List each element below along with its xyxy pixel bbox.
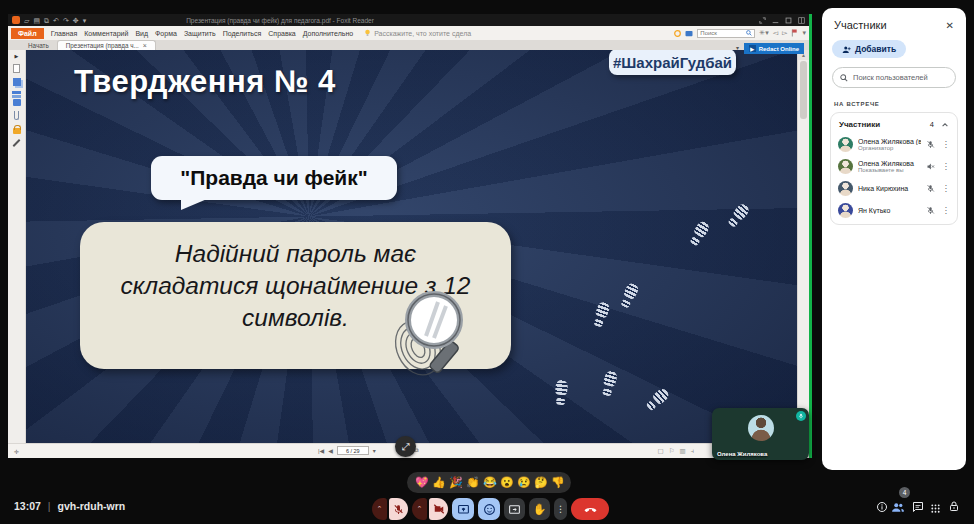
reaction-laugh[interactable]: 😂 — [483, 476, 495, 489]
next-icon[interactable]: ▻ — [782, 29, 787, 37]
menu-help[interactable]: Справка — [268, 30, 295, 37]
float-icon[interactable] — [759, 17, 766, 24]
menu-view[interactable]: Вид — [135, 30, 148, 37]
redact-online-button[interactable]: ▶ Redact Online — [744, 43, 804, 54]
end-call-button[interactable] — [571, 498, 609, 520]
menu-extras[interactable]: Дополнительно — [303, 30, 353, 37]
scrollbar-thumb[interactable] — [800, 61, 807, 119]
reaction-thumbs-up[interactable]: 👍 — [432, 476, 444, 489]
add-user-button[interactable]: Добавить — [832, 40, 906, 58]
more-options-icon[interactable]: ⋮ — [942, 183, 951, 193]
document-scrollbar[interactable]: ▲ — [797, 50, 809, 443]
expand-fullscreen-button[interactable]: ⤢ — [395, 436, 416, 457]
reaction-cry[interactable]: 😢 — [517, 476, 529, 489]
share-window-button[interactable] — [504, 498, 525, 520]
first-page-icon[interactable]: |◀ — [318, 447, 324, 454]
redo-icon[interactable]: ↷ — [63, 17, 69, 24]
pages-panel-icon[interactable] — [13, 78, 21, 86]
fit-width-icon[interactable]: ⫞ — [691, 447, 694, 455]
page-number-input[interactable] — [337, 446, 369, 455]
bookmark-view-icon[interactable]: ⚐ — [669, 447, 675, 455]
participant-row[interactable]: Олена Жилякова Показываете вы ⋮ — [831, 155, 957, 177]
menu-home[interactable]: Главная — [51, 30, 78, 37]
self-view-tile[interactable]: Олена Жилякова — [712, 408, 809, 460]
close-icon[interactable]: ✕ — [946, 20, 954, 31]
tab-close-icon[interactable]: × — [143, 42, 147, 49]
menu-form[interactable]: Форма — [155, 30, 177, 37]
signature-icon[interactable] — [13, 139, 21, 147]
comments-icon[interactable] — [13, 99, 21, 106]
bookmarks-icon[interactable] — [13, 64, 20, 73]
mic-off-button[interactable] — [389, 498, 408, 520]
menu-share[interactable]: Поделиться — [223, 30, 262, 37]
participants-list-header[interactable]: Участники 4 — [831, 115, 957, 133]
mic-options-chevron[interactable]: ⌃ — [372, 498, 387, 520]
tell-me-field[interactable]: Расскажите, что хотите сдела — [364, 29, 471, 37]
reactions-toggle-button[interactable] — [478, 498, 500, 520]
attachments-icon[interactable] — [14, 111, 19, 120]
camera-off-button[interactable] — [429, 498, 448, 520]
settings-gear-icon[interactable]: ✳▾ — [759, 29, 768, 37]
hand-tool-icon[interactable]: ✥ — [73, 17, 79, 24]
menu-comment[interactable]: Комментарий — [84, 30, 128, 37]
participant-row[interactable]: Ян Кутько ⋮ — [831, 199, 957, 221]
raise-hand-button[interactable]: ✋ — [529, 498, 550, 520]
more-options-button[interactable]: ⋮ — [554, 498, 567, 520]
single-page-icon[interactable]: ▢ — [658, 447, 664, 455]
activities-button[interactable] — [930, 502, 941, 517]
menu-protect[interactable]: Защитить — [184, 30, 216, 37]
chat-button[interactable] — [912, 501, 924, 516]
layers-icon[interactable] — [12, 91, 21, 94]
present-screen-button[interactable] — [452, 498, 474, 520]
security-icon[interactable] — [13, 128, 21, 134]
open-icon[interactable]: ▱ — [24, 17, 29, 24]
qat-caret-icon[interactable]: ▾ — [83, 17, 87, 24]
flag-icon[interactable] — [791, 29, 798, 37]
ribbon-search-input[interactable] — [700, 30, 740, 36]
minimize-icon[interactable] — [772, 17, 779, 24]
quick-access-toolbar[interactable]: ▱ ▤ ⧉ ↶ ↷ ✥ ▾ — [24, 17, 86, 24]
select-tool-icon[interactable]: ✛ — [14, 448, 19, 455]
camera-options-chevron[interactable]: ⌃ — [412, 498, 427, 520]
undo-icon[interactable]: ↶ — [53, 17, 59, 24]
flag-caret-icon[interactable]: ▾ — [802, 29, 806, 37]
more-options-icon[interactable]: ⋮ — [942, 205, 951, 215]
reaction-thumbs-down[interactable]: 👎 — [551, 476, 563, 489]
reaction-clap[interactable]: 👏 — [466, 476, 478, 489]
menu-file[interactable]: Файл — [11, 28, 44, 39]
redact-caret-icon[interactable]: ▾ — [736, 44, 739, 51]
snapshot-icon[interactable] — [685, 30, 693, 37]
status-orange-icon[interactable] — [674, 30, 681, 37]
people-button[interactable] — [891, 500, 905, 517]
redact-icon: ▶ — [749, 45, 756, 52]
copy-icon[interactable]: ⧉ — [44, 17, 49, 24]
chevron-up-icon[interactable] — [941, 121, 949, 129]
avatar — [838, 203, 853, 218]
tab-presentation[interactable]: Презентация (правда ч... × — [57, 40, 156, 50]
prev-icon[interactable]: ◅ — [773, 29, 778, 37]
sidebar-expand-icon[interactable]: ▶ — [15, 53, 19, 59]
speech-bubble-text: "Правда чи фейк" — [180, 166, 367, 190]
layout-icon[interactable] — [798, 17, 805, 24]
facing-page-icon[interactable]: ▥ — [680, 447, 686, 455]
host-controls-button[interactable] — [948, 500, 960, 516]
maximize-icon[interactable] — [785, 17, 792, 24]
info-button[interactable] — [876, 501, 888, 516]
participant-row[interactable]: Олена Жилякова (вы) Организатор ⋮ — [831, 133, 957, 155]
participant-row[interactable]: Ника Кирюхина ⋮ — [831, 177, 957, 199]
prev-page-icon[interactable]: ◀ — [328, 447, 333, 454]
window-controls[interactable] — [759, 17, 805, 24]
reaction-party[interactable]: 🎉 — [449, 476, 461, 489]
participant-search-input[interactable] — [853, 73, 948, 82]
page-caret-icon[interactable]: ▾ — [373, 447, 376, 454]
reaction-thinking[interactable]: 🤔 — [534, 476, 546, 489]
tab-start[interactable]: Начать — [20, 40, 57, 50]
more-options-icon[interactable]: ⋮ — [942, 161, 951, 171]
print-icon[interactable]: ▤ — [33, 17, 40, 24]
reaction-heart[interactable]: 💖 — [415, 476, 427, 489]
presentation-slide: Твердження № 4 #ШахрайГудбай "Правда чи … — [26, 50, 797, 443]
more-options-icon[interactable]: ⋮ — [942, 139, 951, 149]
reaction-surprised[interactable]: 😮 — [500, 476, 512, 489]
ribbon-search-box[interactable] — [697, 29, 755, 38]
participant-search-box[interactable] — [832, 67, 956, 88]
